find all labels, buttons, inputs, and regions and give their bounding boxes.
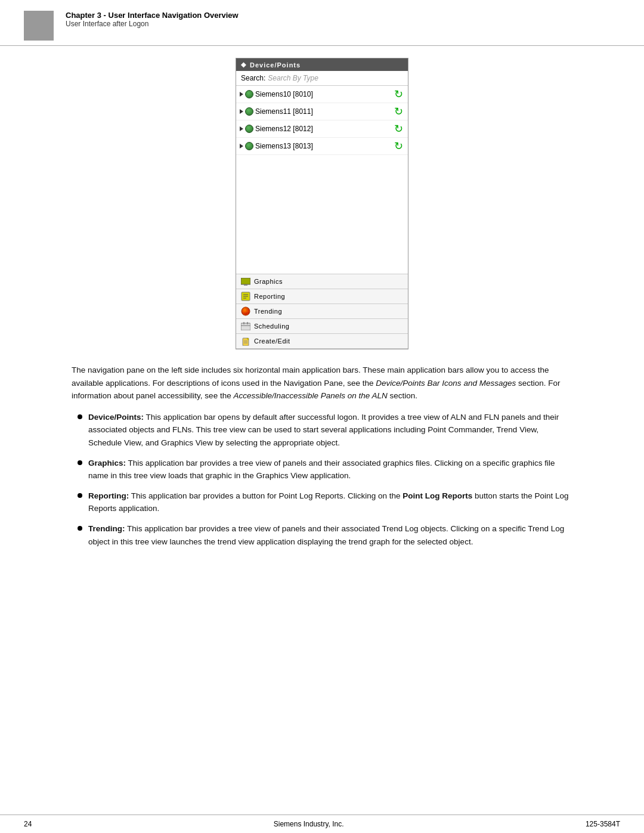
bullet-term-3: Trending: bbox=[88, 524, 125, 533]
nav-item-left-0: Siemens10 [8010] bbox=[240, 90, 313, 98]
trending-icon bbox=[241, 306, 250, 316]
createedit-icon bbox=[242, 336, 249, 346]
reporting-bar-icon-container bbox=[241, 292, 250, 301]
scheduling-bar-label: Scheduling bbox=[254, 323, 289, 330]
point-log-reports-bold: Point Log Reports bbox=[402, 491, 472, 500]
footer-company: Siemens Industry, Inc. bbox=[274, 820, 344, 828]
nav-panel-icon: ◆ bbox=[241, 61, 246, 69]
expand-arrow-2 bbox=[240, 126, 243, 131]
reporting-bar-label: Reporting bbox=[254, 293, 285, 300]
device-icon-3 bbox=[245, 142, 253, 150]
expand-arrow-3 bbox=[240, 144, 243, 148]
nav-panel-search: Search: Search By Type bbox=[236, 71, 408, 86]
chapter-subtext: User Interface after Logon bbox=[66, 20, 239, 28]
device-icon-1 bbox=[245, 107, 253, 116]
search-label: Search: bbox=[241, 74, 265, 82]
expand-arrow-0 bbox=[240, 92, 243, 97]
svg-rect-1 bbox=[244, 284, 247, 286]
header-gray-box bbox=[24, 11, 54, 41]
chapter-title: Chapter 3 - User Interface Navigation Ov… bbox=[66, 11, 239, 20]
bullet-item-device-points: Device/Points: This application bar open… bbox=[78, 411, 572, 450]
device-label-2: Siemens12 [8012] bbox=[255, 125, 313, 133]
createedit-bar-icon-container bbox=[241, 336, 250, 346]
svg-rect-9 bbox=[241, 323, 250, 330]
main-content: ◆ Device/Points Search: Search By Type S… bbox=[0, 46, 644, 567]
header-text: Chapter 3 - User Interface Navigation Ov… bbox=[66, 11, 239, 28]
bullet-dot-2 bbox=[78, 493, 82, 498]
nav-panel-empty bbox=[236, 155, 408, 274]
refresh-icon-2[interactable]: ↻ bbox=[394, 122, 403, 135]
graphics-bar-icon-container bbox=[241, 277, 250, 286]
bullet-content-0: Device/Points: This application bar open… bbox=[88, 411, 572, 450]
createedit-bar-label: Create/Edit bbox=[254, 337, 290, 345]
description-paragraph-1: The navigation pane on the left side inc… bbox=[72, 364, 572, 402]
nav-panel-title-bar: ◆ Device/Points bbox=[236, 58, 408, 71]
expand-arrow-1 bbox=[240, 109, 243, 114]
bullet-content-2: Reporting: This application bar provides… bbox=[88, 490, 572, 515]
page-footer: 24 Siemens Industry, Inc. 125-3584T bbox=[0, 815, 644, 833]
reporting-icon bbox=[241, 292, 250, 301]
page-header: Chapter 3 - User Interface Navigation Ov… bbox=[0, 0, 644, 46]
createedit-bar[interactable]: Create/Edit bbox=[236, 334, 408, 349]
nav-item-left-3: Siemens13 [8013] bbox=[240, 142, 313, 150]
bullet-item-reporting: Reporting: This application bar provides… bbox=[78, 490, 572, 515]
svg-rect-10 bbox=[243, 322, 244, 324]
bullet-item-graphics: Graphics: This application bar provides … bbox=[78, 457, 572, 482]
trending-bar[interactable]: Trending bbox=[236, 304, 408, 319]
scheduling-bar-icon-container bbox=[241, 321, 250, 331]
scheduling-icon bbox=[241, 322, 250, 330]
nav-item-row[interactable]: Siemens10 [8010] ↻ bbox=[236, 86, 408, 103]
refresh-icon-1[interactable]: ↻ bbox=[394, 105, 403, 118]
device-icon-2 bbox=[245, 125, 253, 133]
graphics-icon bbox=[241, 278, 250, 286]
refresh-icon-3[interactable]: ↻ bbox=[394, 140, 403, 153]
nav-panel-container: ◆ Device/Points Search: Search By Type S… bbox=[236, 58, 408, 349]
trending-bar-label: Trending bbox=[254, 308, 282, 315]
nav-item-row-2[interactable]: Siemens12 [8012] ↻ bbox=[236, 120, 408, 138]
svg-rect-0 bbox=[241, 278, 250, 284]
nav-panel-title: Device/Points bbox=[250, 61, 301, 69]
search-value: Search By Type bbox=[268, 74, 318, 82]
bullet-term-1: Graphics: bbox=[88, 459, 126, 467]
nav-panel-items: Siemens10 [8010] ↻ Siemens11 [8011] ↻ bbox=[236, 86, 408, 155]
footer-doc-number: 125-3584T bbox=[586, 820, 620, 828]
graphics-bar-label: Graphics bbox=[254, 278, 283, 285]
svg-rect-11 bbox=[247, 322, 248, 324]
description-section: The navigation pane on the left side inc… bbox=[54, 364, 590, 555]
refresh-icon-0[interactable]: ↻ bbox=[394, 88, 403, 101]
italic-ref-1: Device/Points Bar Icons and Messages bbox=[376, 379, 516, 388]
reporting-bar[interactable]: Reporting bbox=[236, 289, 408, 304]
bullet-content-3: Trending: This application bar provides … bbox=[88, 522, 572, 548]
nav-item-row-3[interactable]: Siemens13 [8013] ↻ bbox=[236, 138, 408, 155]
italic-ref-2: Accessible/Inaccessible Panels on the AL… bbox=[233, 391, 387, 400]
bullet-dot-3 bbox=[78, 526, 82, 531]
bullet-term-0: Device/Points: bbox=[88, 413, 144, 422]
nav-panel: ◆ Device/Points Search: Search By Type S… bbox=[236, 58, 408, 349]
bullet-term-2: Reporting: bbox=[88, 491, 129, 500]
nav-bottom-bars: Graphics Reporting bbox=[236, 274, 408, 349]
bullet-dot-1 bbox=[78, 460, 82, 465]
trending-bar-icon-container bbox=[241, 306, 250, 316]
scheduling-bar[interactable]: Scheduling bbox=[236, 319, 408, 334]
bullet-list: Device/Points: This application bar open… bbox=[72, 411, 572, 548]
bullet-content-1: Graphics: This application bar provides … bbox=[88, 457, 572, 482]
nav-item-row-1[interactable]: Siemens11 [8011] ↻ bbox=[236, 103, 408, 120]
bullet-item-trending: Trending: This application bar provides … bbox=[78, 522, 572, 548]
footer-page-number: 24 bbox=[24, 820, 32, 828]
bullet-dot-0 bbox=[78, 414, 82, 419]
device-label-3: Siemens13 [8013] bbox=[255, 142, 313, 150]
nav-item-left-2: Siemens12 [8012] bbox=[240, 125, 313, 133]
device-label-1: Siemens11 [8011] bbox=[255, 107, 313, 116]
nav-item-left-1: Siemens11 [8011] bbox=[240, 107, 313, 116]
graphics-bar[interactable]: Graphics bbox=[236, 274, 408, 289]
device-label-0: Siemens10 [8010] bbox=[255, 90, 313, 98]
device-icon-0 bbox=[245, 90, 253, 98]
